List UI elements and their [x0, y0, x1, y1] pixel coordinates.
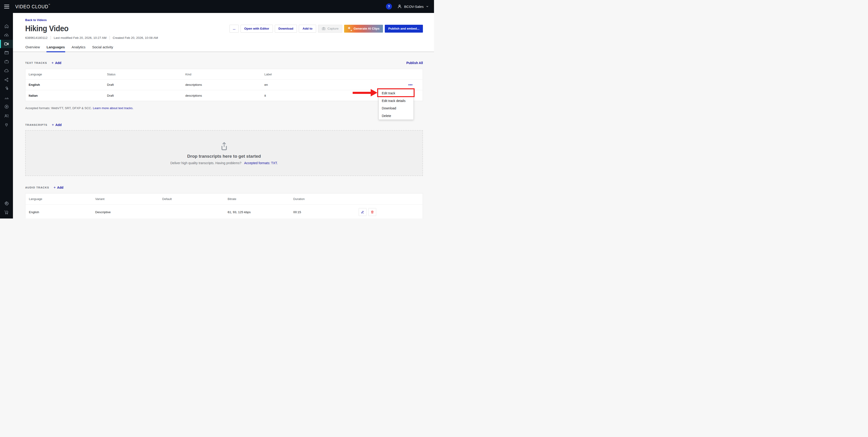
hamburger-menu-icon[interactable] — [4, 5, 9, 8]
accepted-formats-link[interactable]: Accepted formats: TXT. — [244, 161, 278, 165]
pencil-icon — [361, 210, 365, 214]
sidebar-item-players[interactable] — [0, 102, 13, 111]
sidebar-item-upload[interactable] — [0, 31, 13, 40]
back-to-videos-link[interactable]: Back to Videos — [25, 18, 47, 22]
cell-duration: 00:15 — [293, 210, 359, 214]
tab-languages[interactable]: Languages — [46, 45, 65, 51]
add-audio-track-button[interactable]: +Add — [54, 185, 64, 190]
row-actions — [359, 208, 423, 216]
tab-analytics[interactable]: Analytics — [71, 45, 86, 51]
sidebar-item-syndication[interactable] — [0, 75, 13, 84]
col-variant: Variant — [95, 197, 162, 201]
text-tracks-table: Language Status Kind Label English Draft… — [25, 69, 423, 101]
dropzone-title: Drop transcripts here to get started — [187, 154, 261, 159]
marketplace-cart-icon — [4, 210, 9, 215]
menu-item-edit-track-details[interactable]: Edit track details — [379, 97, 413, 105]
tab-social-activity[interactable]: Social activity — [92, 45, 114, 51]
last-modified: Last modified Feb 20, 2026, 10:27 AM — [54, 36, 106, 39]
tab-overview[interactable]: Overview — [25, 45, 40, 51]
settings-gear-icon — [4, 201, 9, 206]
delete-audio-track-button[interactable] — [368, 208, 376, 216]
sidebar-item-settings[interactable] — [0, 199, 13, 208]
sidebar-item-marketplace[interactable] — [0, 208, 13, 217]
col-language: Language — [29, 72, 107, 76]
menu-item-edit-track[interactable]: Edit track — [379, 89, 413, 97]
upload-cloud-icon — [4, 33, 9, 38]
account-name: BCOV-Sales — [404, 5, 424, 8]
clapperboard-icon — [4, 50, 9, 55]
transcripts-dropzone[interactable]: Drop transcripts here to get started Del… — [25, 130, 423, 176]
cell-bitrate: 61, 93, 125 kbps — [228, 210, 293, 214]
cell-language: English — [29, 210, 95, 214]
cloud-icon — [4, 68, 9, 73]
live-tv-icon — [4, 59, 9, 64]
tab-bar: Overview Languages Analytics Social acti… — [25, 45, 423, 51]
cell-variant: Descriptive — [95, 210, 162, 214]
audio-track-row-english: English Descriptive 61, 93, 125 kbps 00:… — [25, 205, 423, 218]
publish-and-embed-button[interactable]: Publish and embed... — [385, 25, 423, 33]
cell-label: en — [265, 83, 408, 86]
add-text-track-button[interactable]: +Add — [52, 61, 61, 65]
menu-item-delete[interactable]: Delete — [379, 112, 413, 120]
video-camera-icon — [4, 41, 9, 47]
video-header: Back to Videos Hiking Video ... Open wit… — [13, 13, 434, 52]
created-date: Created Feb 20, 2026, 10:08 AM — [113, 36, 158, 39]
trash-icon — [370, 210, 374, 214]
sidebar-item-media[interactable] — [0, 40, 13, 48]
sidebar-item-integrations[interactable] — [0, 120, 13, 129]
sidebar-item-clips[interactable] — [0, 48, 13, 57]
open-with-editor-button[interactable]: Open with Editor — [241, 25, 273, 33]
audio-tracks-label: AUDIO TRACKS — [25, 186, 49, 189]
sidebar-item-analytics[interactable] — [0, 93, 13, 102]
sidebar-item-interactivity[interactable] — [0, 84, 13, 93]
audience-icon — [4, 113, 9, 118]
sidebar — [0, 13, 13, 218]
sidebar-item-home[interactable] — [0, 22, 13, 31]
sidebar-item-audience[interactable] — [0, 111, 13, 120]
upload-icon — [219, 141, 229, 151]
more-actions-button[interactable]: ... — [229, 25, 239, 33]
languages-tab-content: TEXT TRACKS +Add Publish All Language St… — [13, 61, 434, 218]
add-to-button[interactable]: Add to — [299, 25, 316, 33]
table-row-english: English Draft descriptions en ••• — [25, 80, 423, 90]
track-context-menu: Edit track Edit track details Download D… — [378, 89, 414, 120]
publish-all-button[interactable]: Publish All — [406, 61, 423, 65]
transcripts-label: TRANSCRIPTS — [25, 123, 48, 126]
menu-item-download[interactable]: Download — [379, 105, 413, 112]
analytics-bars-icon — [4, 95, 9, 100]
add-transcript-button[interactable]: +Add — [52, 123, 62, 127]
interactivity-icon — [4, 86, 9, 91]
row-menu-ellipsis-button[interactable]: ••• — [408, 83, 423, 87]
help-button[interactable]: ? — [386, 3, 392, 9]
sidebar-item-live[interactable] — [0, 57, 13, 66]
col-status: Status — [107, 72, 185, 76]
video-cloud-logo: VIDEO CLOUD™ — [15, 3, 51, 9]
cell-kind: descriptions — [185, 83, 265, 86]
plus-icon: + — [52, 123, 54, 127]
page: VIDEO CLOUD™ ? BCOV-Sales — [0, 0, 434, 218]
trademark-mark: ™ — [48, 3, 50, 6]
generate-ai-clips-button[interactable]: ✦✦ Generate AI Clips — [344, 25, 383, 33]
col-label: Label — [265, 72, 408, 76]
learn-more-link[interactable]: Learn more about text tracks. — [93, 106, 133, 110]
account-menu[interactable]: BCOV-Sales — [397, 4, 429, 9]
video-meta: 6389614180112 Last modified Feb 20, 2026… — [25, 36, 423, 39]
plus-icon: + — [52, 61, 54, 65]
text-tracks-header: TEXT TRACKS +Add Publish All — [25, 61, 423, 65]
col-kind: Kind — [185, 72, 265, 76]
capture-button[interactable]: Capture — [318, 25, 342, 33]
cell-language: Italian — [29, 94, 107, 97]
sidebar-item-cloud-content[interactable] — [0, 66, 13, 75]
integrations-plug-icon — [4, 122, 9, 127]
chevron-down-icon — [426, 5, 429, 8]
cell-language: English — [29, 83, 107, 86]
col-default: Default — [162, 197, 228, 201]
download-button[interactable]: Download — [275, 25, 297, 33]
user-icon — [397, 4, 402, 9]
sparkle-icon: ✦✦ — [347, 27, 352, 31]
text-tracks-table-header: Language Status Kind Label — [25, 69, 423, 80]
edit-audio-track-button[interactable] — [359, 208, 367, 216]
col-language: Language — [29, 197, 95, 201]
audio-tracks-header: AUDIO TRACKS +Add — [25, 185, 423, 190]
cell-kind: descriptions — [185, 94, 265, 97]
